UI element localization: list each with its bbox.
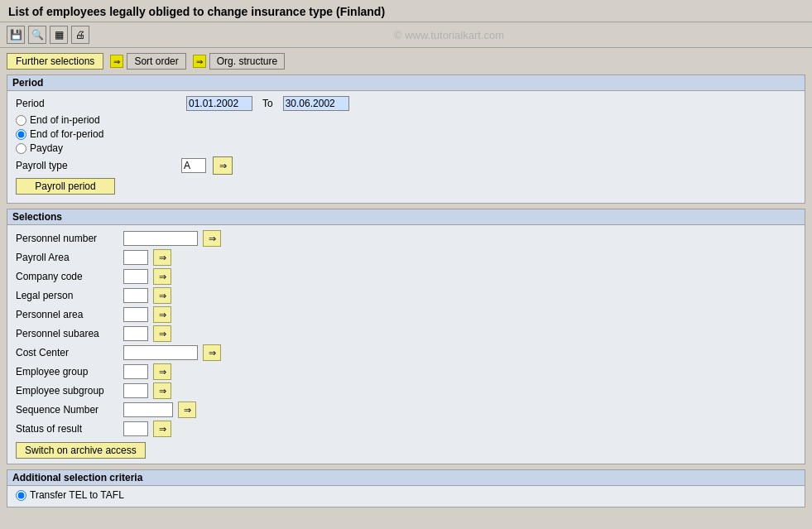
period-to-input[interactable] xyxy=(283,96,349,111)
status-result-label: Status of result xyxy=(16,423,123,435)
archive-access-button[interactable]: Switch on archive access xyxy=(16,442,146,459)
sequence-number-label: Sequence Number xyxy=(16,404,123,416)
period-row: Period To xyxy=(16,96,796,111)
employee-group-row: Employee group ⇒ xyxy=(16,363,796,380)
personnel-subarea-input[interactable] xyxy=(123,326,148,341)
payroll-type-row: Payroll type ⇒ xyxy=(16,156,796,175)
main-content: Further selections ⇒ Sort order ⇒ Org. s… xyxy=(0,48,812,517)
radio-end-in-period: End of in-period xyxy=(16,114,796,126)
radio-payday-input[interactable] xyxy=(16,143,26,154)
selections-section-body: Personnel number ⇒ Payroll Area ⇒ Compan… xyxy=(7,225,805,464)
radio-end-for-period-input[interactable] xyxy=(16,129,26,140)
personnel-subarea-row: Personnel subarea ⇒ xyxy=(16,325,796,342)
transfer-tel-label: Transfer TEL to TAFL xyxy=(30,489,124,501)
further-selections-button[interactable]: Further selections xyxy=(7,53,103,70)
title-bar: List of employees legally obliged to cha… xyxy=(0,0,812,22)
period-label: Period xyxy=(16,98,181,109)
transfer-tel-radio[interactable] xyxy=(16,490,26,501)
personnel-area-row: Personnel area ⇒ xyxy=(16,306,796,323)
org-structure-button[interactable]: Org. structure xyxy=(209,53,285,70)
page-title: List of employees legally obliged to cha… xyxy=(8,5,385,18)
company-code-row: Company code ⇒ xyxy=(16,268,796,285)
legal-person-arrow[interactable]: ⇒ xyxy=(153,287,171,304)
employee-subgroup-arrow[interactable]: ⇒ xyxy=(153,382,171,399)
period-from-input[interactable] xyxy=(186,96,252,111)
sequence-number-input[interactable] xyxy=(123,402,173,417)
employee-group-input[interactable] xyxy=(123,364,148,379)
legal-person-row: Legal person ⇒ xyxy=(16,287,796,304)
payroll-period-button[interactable]: Payroll period xyxy=(16,178,115,195)
employee-group-arrow[interactable]: ⇒ xyxy=(153,363,171,380)
payroll-area-arrow[interactable]: ⇒ xyxy=(153,249,171,266)
payroll-type-arrow-button[interactable]: ⇒ xyxy=(213,156,233,175)
personnel-subarea-arrow[interactable]: ⇒ xyxy=(153,325,171,342)
personnel-area-label: Personnel area xyxy=(16,309,123,320)
status-result-input[interactable] xyxy=(123,421,148,436)
radio-end-for-period: End of for-period xyxy=(16,128,796,140)
period-to-label: To xyxy=(262,98,273,109)
selections-section-title: Selections xyxy=(7,209,805,225)
toolbar: 💾 🔍 ▦ 🖨 © www.tutorialkart.com xyxy=(0,22,812,48)
employee-subgroup-label: Employee subgroup xyxy=(16,385,123,397)
company-code-input[interactable] xyxy=(123,269,148,284)
company-code-arrow[interactable]: ⇒ xyxy=(153,268,171,285)
sort-order-button[interactable]: Sort order xyxy=(127,53,185,70)
payroll-area-row: Payroll Area ⇒ xyxy=(16,249,796,266)
period-section-title: Period xyxy=(7,75,805,91)
sort-order-arrow-icon: ⇒ xyxy=(110,55,123,68)
personnel-number-input[interactable] xyxy=(123,231,198,246)
personnel-number-arrow[interactable]: ⇒ xyxy=(203,230,221,247)
payroll-type-input[interactable] xyxy=(181,158,206,173)
employee-subgroup-row: Employee subgroup ⇒ xyxy=(16,382,796,399)
watermark: © www.tutorialkart.com xyxy=(93,29,805,41)
employee-group-label: Employee group xyxy=(16,366,123,378)
selections-section: Selections Personnel number ⇒ Payroll Ar… xyxy=(7,209,805,464)
archive-button-row: Switch on archive access xyxy=(16,442,796,459)
personnel-area-arrow[interactable]: ⇒ xyxy=(153,306,171,323)
radio-end-for-period-label: End of for-period xyxy=(30,128,103,140)
additional-section-body: Transfer TEL to TAFL xyxy=(7,486,805,507)
status-result-row: Status of result ⇒ xyxy=(16,421,796,437)
sequence-number-arrow[interactable]: ⇒ xyxy=(178,402,196,418)
payroll-area-label: Payroll Area xyxy=(16,252,123,263)
top-buttons: Further selections ⇒ Sort order ⇒ Org. s… xyxy=(7,53,805,70)
sequence-number-row: Sequence Number ⇒ xyxy=(16,402,796,418)
personnel-area-input[interactable] xyxy=(123,307,148,322)
legal-person-input[interactable] xyxy=(123,288,148,303)
find-icon[interactable]: 🔍 xyxy=(28,26,46,44)
radio-payday-label: Payday xyxy=(30,142,63,154)
radio-end-in-period-input[interactable] xyxy=(16,115,26,126)
personnel-number-label: Personnel number xyxy=(16,233,123,244)
legal-person-label: Legal person xyxy=(16,290,123,301)
additional-section-title: Additional selection criteria xyxy=(7,470,805,486)
period-section-body: Period To End of in-period End of for-pe… xyxy=(7,91,805,203)
radio-end-in-period-label: End of in-period xyxy=(30,114,100,126)
personnel-subarea-label: Personnel subarea xyxy=(16,328,123,339)
additional-section: Additional selection criteria Transfer T… xyxy=(7,469,805,507)
cost-center-row: Cost Center ⇒ xyxy=(16,344,796,361)
radio-payday: Payday xyxy=(16,142,796,154)
personnel-number-row: Personnel number ⇒ xyxy=(16,230,796,247)
period-section: Period Period To End of in-period End of… xyxy=(7,75,805,204)
save-icon[interactable]: 💾 xyxy=(7,26,25,44)
layout-icon[interactable]: ▦ xyxy=(50,26,68,44)
employee-subgroup-input[interactable] xyxy=(123,383,148,398)
payroll-area-input[interactable] xyxy=(123,250,148,265)
payroll-type-label: Payroll type xyxy=(16,160,181,171)
org-structure-arrow-icon: ⇒ xyxy=(193,55,206,68)
cost-center-input[interactable] xyxy=(123,345,198,360)
status-result-arrow[interactable]: ⇒ xyxy=(153,421,171,437)
cost-center-arrow[interactable]: ⇒ xyxy=(203,344,221,361)
transfer-radio-row: Transfer TEL to TAFL xyxy=(16,489,796,501)
print-icon[interactable]: 🖨 xyxy=(71,26,89,44)
payroll-period-row: Payroll period xyxy=(16,178,796,195)
company-code-label: Company code xyxy=(16,271,123,282)
cost-center-label: Cost Center xyxy=(16,347,123,358)
